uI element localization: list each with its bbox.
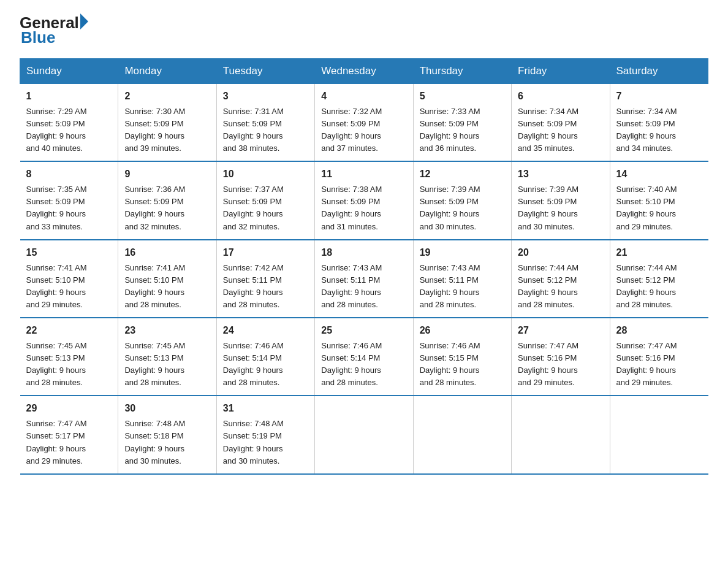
- calendar-day-cell: 21Sunrise: 7:44 AMSunset: 5:12 PMDayligh…: [610, 240, 708, 318]
- sunrise-info: Sunrise: 7:34 AM: [518, 107, 578, 116]
- calendar-day-cell: 31Sunrise: 7:48 AMSunset: 5:19 PMDayligh…: [216, 396, 314, 473]
- sunset-info: Sunset: 5:09 PM: [518, 197, 577, 206]
- calendar-day-cell: 9Sunrise: 7:36 AMSunset: 5:09 PMDaylight…: [118, 161, 216, 239]
- header-thursday: Thursday: [413, 59, 511, 84]
- calendar-week-row: 22Sunrise: 7:45 AMSunset: 5:13 PMDayligh…: [20, 318, 708, 396]
- daylight-info: Daylight: 9 hoursand 28 minutes.: [420, 366, 480, 387]
- calendar-day-cell: 3Sunrise: 7:31 AMSunset: 5:09 PMDaylight…: [216, 84, 314, 162]
- day-number: 3: [223, 89, 308, 104]
- day-number: 5: [420, 89, 505, 104]
- calendar-header-row: SundayMondayTuesdayWednesdayThursdayFrid…: [20, 59, 708, 84]
- sunrise-info: Sunrise: 7:45 AM: [124, 341, 185, 350]
- calendar-day-cell: 18Sunrise: 7:43 AMSunset: 5:11 PMDayligh…: [315, 240, 413, 318]
- calendar-day-cell: 2Sunrise: 7:30 AMSunset: 5:09 PMDaylight…: [118, 84, 216, 162]
- day-number: 15: [26, 245, 112, 261]
- sunrise-info: Sunrise: 7:35 AM: [26, 185, 87, 194]
- daylight-info: Daylight: 9 hoursand 28 minutes.: [26, 366, 86, 387]
- calendar-day-cell: [315, 396, 413, 473]
- sunset-info: Sunset: 5:17 PM: [26, 431, 85, 440]
- sunrise-info: Sunrise: 7:39 AM: [420, 185, 480, 194]
- calendar-day-cell: 7Sunrise: 7:34 AMSunset: 5:09 PMDaylight…: [610, 84, 708, 162]
- day-number: 11: [321, 167, 406, 182]
- day-number: 17: [223, 245, 308, 261]
- calendar-day-cell: 29Sunrise: 7:47 AMSunset: 5:17 PMDayligh…: [20, 396, 118, 473]
- daylight-info: Daylight: 9 hoursand 28 minutes.: [223, 288, 283, 309]
- sunset-info: Sunset: 5:09 PM: [26, 197, 85, 206]
- calendar-day-cell: 14Sunrise: 7:40 AMSunset: 5:10 PMDayligh…: [610, 161, 708, 239]
- day-number: 28: [616, 323, 702, 339]
- sunrise-info: Sunrise: 7:48 AM: [124, 419, 185, 428]
- sunrise-info: Sunrise: 7:41 AM: [26, 263, 87, 272]
- calendar-day-cell: 1Sunrise: 7:29 AMSunset: 5:09 PMDaylight…: [20, 84, 118, 162]
- daylight-info: Daylight: 9 hoursand 40 minutes.: [26, 131, 86, 153]
- day-number: 8: [26, 167, 112, 182]
- header-saturday: Saturday: [610, 59, 708, 84]
- logo-arrow-icon: [80, 13, 88, 29]
- day-number: 22: [26, 323, 112, 339]
- daylight-info: Daylight: 9 hoursand 29 minutes.: [616, 366, 677, 387]
- sunset-info: Sunset: 5:16 PM: [616, 353, 675, 362]
- sunrise-info: Sunrise: 7:46 AM: [321, 341, 382, 350]
- daylight-info: Daylight: 9 hoursand 29 minutes.: [26, 288, 86, 309]
- calendar-day-cell: [512, 396, 610, 473]
- sunset-info: Sunset: 5:10 PM: [616, 197, 675, 206]
- daylight-info: Daylight: 9 hoursand 29 minutes.: [518, 366, 578, 387]
- sunset-info: Sunset: 5:09 PM: [124, 197, 183, 206]
- sunset-info: Sunset: 5:12 PM: [518, 275, 577, 285]
- day-number: 9: [124, 167, 210, 182]
- sunset-info: Sunset: 5:14 PM: [223, 353, 282, 362]
- sunrise-info: Sunrise: 7:45 AM: [26, 341, 87, 350]
- sunset-info: Sunset: 5:09 PM: [321, 119, 380, 128]
- calendar-day-cell: 27Sunrise: 7:47 AMSunset: 5:16 PMDayligh…: [512, 318, 610, 396]
- sunrise-info: Sunrise: 7:38 AM: [321, 185, 382, 194]
- daylight-info: Daylight: 9 hoursand 28 minutes.: [321, 366, 381, 387]
- daylight-info: Daylight: 9 hoursand 28 minutes.: [124, 288, 184, 309]
- day-number: 14: [616, 167, 702, 182]
- daylight-info: Daylight: 9 hoursand 28 minutes.: [223, 366, 283, 387]
- sunrise-info: Sunrise: 7:32 AM: [321, 107, 382, 116]
- sunset-info: Sunset: 5:18 PM: [124, 431, 183, 440]
- daylight-info: Daylight: 9 hoursand 32 minutes.: [124, 209, 184, 231]
- calendar-day-cell: 11Sunrise: 7:38 AMSunset: 5:09 PMDayligh…: [315, 161, 413, 239]
- calendar-day-cell: 16Sunrise: 7:41 AMSunset: 5:10 PMDayligh…: [118, 240, 216, 318]
- sunrise-info: Sunrise: 7:43 AM: [321, 263, 382, 272]
- daylight-info: Daylight: 9 hoursand 36 minutes.: [420, 131, 480, 153]
- calendar-day-cell: 13Sunrise: 7:39 AMSunset: 5:09 PMDayligh…: [512, 161, 610, 239]
- day-number: 4: [321, 89, 406, 104]
- day-number: 24: [223, 323, 308, 339]
- sunset-info: Sunset: 5:09 PM: [223, 119, 282, 128]
- calendar-day-cell: 10Sunrise: 7:37 AMSunset: 5:09 PMDayligh…: [216, 161, 314, 239]
- daylight-info: Daylight: 9 hoursand 32 minutes.: [223, 209, 283, 231]
- sunset-info: Sunset: 5:09 PM: [420, 119, 479, 128]
- daylight-info: Daylight: 9 hoursand 30 minutes.: [223, 444, 283, 465]
- daylight-info: Daylight: 9 hoursand 30 minutes.: [420, 209, 480, 231]
- day-number: 29: [26, 401, 112, 416]
- logo: General Blue: [20, 15, 88, 47]
- sunrise-info: Sunrise: 7:40 AM: [616, 185, 677, 194]
- sunset-info: Sunset: 5:16 PM: [518, 353, 577, 362]
- calendar-day-cell: 19Sunrise: 7:43 AMSunset: 5:11 PMDayligh…: [413, 240, 511, 318]
- sunset-info: Sunset: 5:09 PM: [124, 119, 183, 128]
- logo-blue: Blue: [21, 28, 55, 47]
- sunrise-info: Sunrise: 7:44 AM: [616, 263, 677, 272]
- calendar-day-cell: 26Sunrise: 7:46 AMSunset: 5:15 PMDayligh…: [413, 318, 511, 396]
- header-sunday: Sunday: [20, 59, 118, 84]
- day-number: 13: [518, 167, 603, 182]
- sunset-info: Sunset: 5:09 PM: [420, 197, 479, 206]
- calendar-week-row: 1Sunrise: 7:29 AMSunset: 5:09 PMDaylight…: [20, 84, 708, 162]
- header-monday: Monday: [118, 59, 216, 84]
- daylight-info: Daylight: 9 hoursand 30 minutes.: [124, 444, 184, 465]
- day-number: 1: [26, 89, 112, 104]
- day-number: 26: [420, 323, 505, 339]
- sunset-info: Sunset: 5:09 PM: [321, 197, 380, 206]
- daylight-info: Daylight: 9 hoursand 33 minutes.: [26, 209, 86, 231]
- calendar-day-cell: 20Sunrise: 7:44 AMSunset: 5:12 PMDayligh…: [512, 240, 610, 318]
- calendar-day-cell: 17Sunrise: 7:42 AMSunset: 5:11 PMDayligh…: [216, 240, 314, 318]
- calendar-week-row: 15Sunrise: 7:41 AMSunset: 5:10 PMDayligh…: [20, 240, 708, 318]
- day-number: 16: [124, 245, 210, 261]
- daylight-info: Daylight: 9 hoursand 35 minutes.: [518, 131, 578, 153]
- calendar-day-cell: 12Sunrise: 7:39 AMSunset: 5:09 PMDayligh…: [413, 161, 511, 239]
- sunrise-info: Sunrise: 7:29 AM: [26, 107, 87, 116]
- calendar-day-cell: 24Sunrise: 7:46 AMSunset: 5:14 PMDayligh…: [216, 318, 314, 396]
- sunset-info: Sunset: 5:13 PM: [124, 353, 183, 362]
